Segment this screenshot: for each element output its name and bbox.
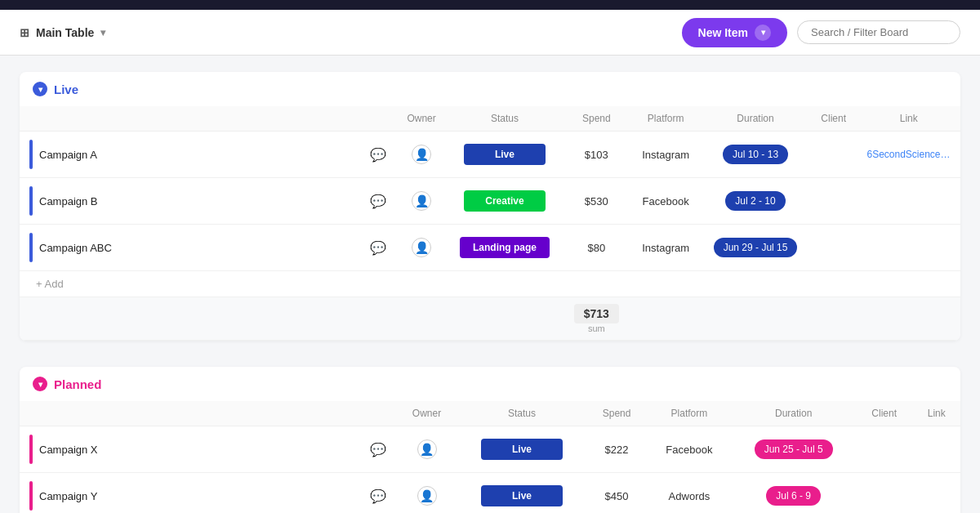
status-cell[interactable]: Landing page <box>447 225 562 271</box>
avatar[interactable]: 👤 <box>417 439 437 459</box>
owner-cell: 👤 <box>396 225 448 271</box>
group-header-planned: ▾Planned <box>20 367 960 401</box>
table-row: Campaign Y💬👤Live$450AdwordsJul 6 - 9 <box>20 473 960 514</box>
col-header-name <box>20 106 396 132</box>
row-name-cell: Campaign A💬 <box>20 132 396 178</box>
col-header-platform: Platform <box>630 106 701 132</box>
col-header-link: Link <box>912 401 960 426</box>
status-cell[interactable]: Live <box>457 426 586 473</box>
client-cell <box>810 132 858 178</box>
row-name-text: Campaign ABC <box>39 242 363 254</box>
group-planned: ▾PlannedOwnerStatusSpendPlatformDuration… <box>20 367 960 513</box>
header-right: New Item ▾ <box>682 18 960 47</box>
col-header-owner: Owner <box>396 106 448 132</box>
add-row[interactable]: + Add <box>20 271 960 297</box>
row-color-bar <box>29 233 33 262</box>
comment-icon[interactable]: 💬 <box>370 240 386 256</box>
search-input[interactable] <box>797 20 960 44</box>
col-header-owner: Owner <box>396 401 457 426</box>
sum-cell: $713sum <box>563 297 630 341</box>
chevron-down-icon[interactable]: ▾ <box>100 27 105 38</box>
col-header-platform: Platform <box>647 401 731 426</box>
owner-cell: 👤 <box>396 473 457 514</box>
header-left: ⊞ Main Table ▾ <box>20 26 105 39</box>
table-planned: OwnerStatusSpendPlatformDurationClientLi… <box>20 401 960 513</box>
avatar[interactable]: 👤 <box>412 145 431 164</box>
main-table-label[interactable]: Main Table <box>36 26 94 39</box>
status-badge: Live <box>464 144 546 165</box>
status-cell[interactable]: Live <box>457 473 586 514</box>
duration-badge: Jul 10 - 13 <box>723 145 788 164</box>
col-header-status: Status <box>447 106 562 132</box>
row-name-cell: Campaign B💬 <box>20 178 396 225</box>
table-row: Campaign A💬👤Live$103InstagramJul 10 - 13… <box>20 132 960 178</box>
spend-cell: $80 <box>563 225 630 271</box>
group-toggle-live[interactable]: ▾ <box>33 82 47 96</box>
link-cell[interactable] <box>857 178 960 225</box>
avatar[interactable]: 👤 <box>417 486 437 506</box>
link-cell[interactable]: 6SecondScienceFa <box>857 132 960 178</box>
group-toggle-planned[interactable]: ▾ <box>33 377 47 391</box>
group-label-planned: Planned <box>54 377 101 391</box>
row-color-bar <box>29 186 33 216</box>
group-label-live: Live <box>54 83 78 96</box>
sum-row: $713sum <box>20 297 960 341</box>
duration-badge: Jun 25 - Jul 5 <box>755 439 833 459</box>
row-name-text: Campaign A <box>39 149 363 161</box>
duration-badge: Jul 2 - 10 <box>725 191 785 211</box>
row-color-bar <box>29 435 33 464</box>
client-cell <box>856 426 912 473</box>
row-name-text: Campaign Y <box>39 490 363 502</box>
avatar[interactable]: 👤 <box>412 238 431 257</box>
col-header-client: Client <box>810 106 858 132</box>
row-color-bar <box>29 481 33 511</box>
spend-cell: $450 <box>586 473 648 514</box>
platform-cell: Facebook <box>647 426 731 473</box>
platform-cell: Facebook <box>630 178 701 225</box>
status-badge: Landing page <box>460 237 550 258</box>
table-icon: ⊞ <box>20 26 29 39</box>
col-header-spend: Spend <box>563 106 630 132</box>
platform-cell: Adwords <box>647 473 731 514</box>
group-live: ▾LiveOwnerStatusSpendPlatformDurationCli… <box>20 72 960 341</box>
sum-value: $713 <box>574 304 619 323</box>
status-badge: Live <box>481 439 563 460</box>
table-live: OwnerStatusSpendPlatformDurationClientLi… <box>20 106 960 341</box>
row-name-cell: Campaign ABC💬 <box>20 225 396 271</box>
client-cell <box>810 178 858 225</box>
status-badge: Live <box>481 485 563 506</box>
duration-cell: Jul 10 - 13 <box>701 132 810 178</box>
owner-cell: 👤 <box>396 426 457 473</box>
platform-cell: Instagram <box>630 225 701 271</box>
dropdown-arrow-icon: ▾ <box>755 25 771 41</box>
status-cell[interactable]: Creative <box>447 178 562 225</box>
comment-icon[interactable]: 💬 <box>370 488 386 504</box>
spend-cell: $103 <box>563 132 630 178</box>
comment-icon[interactable]: 💬 <box>370 147 386 163</box>
avatar[interactable]: 👤 <box>412 191 431 211</box>
comment-icon[interactable]: 💬 <box>370 442 386 457</box>
duration-cell: Jun 29 - Jul 15 <box>701 225 810 271</box>
spend-cell: $530 <box>563 178 630 225</box>
client-cell <box>856 473 912 514</box>
new-item-button[interactable]: New Item ▾ <box>682 18 787 47</box>
duration-badge: Jul 6 - 9 <box>766 486 821 506</box>
col-header-name <box>20 401 396 426</box>
link-cell[interactable] <box>912 426 960 473</box>
link-cell[interactable] <box>912 473 960 514</box>
comment-icon[interactable]: 💬 <box>370 194 386 209</box>
col-header-status: Status <box>457 401 586 426</box>
spend-cell: $222 <box>586 426 648 473</box>
row-color-bar <box>29 140 33 169</box>
col-header-client: Client <box>856 401 912 426</box>
new-item-label: New Item <box>698 26 748 39</box>
table-row: Campaign B💬👤Creative$530FacebookJul 2 - … <box>20 178 960 225</box>
status-cell[interactable]: Live <box>447 132 562 178</box>
row-name-text: Campaign B <box>39 195 363 207</box>
col-header-link: Link <box>857 106 960 132</box>
duration-badge: Jun 29 - Jul 15 <box>714 238 798 257</box>
link-cell[interactable] <box>857 225 960 271</box>
header: ⊞ Main Table ▾ New Item ▾ <box>0 10 980 56</box>
add-item-label[interactable]: + Add <box>29 278 951 290</box>
duration-cell: Jun 25 - Jul 5 <box>731 426 856 473</box>
